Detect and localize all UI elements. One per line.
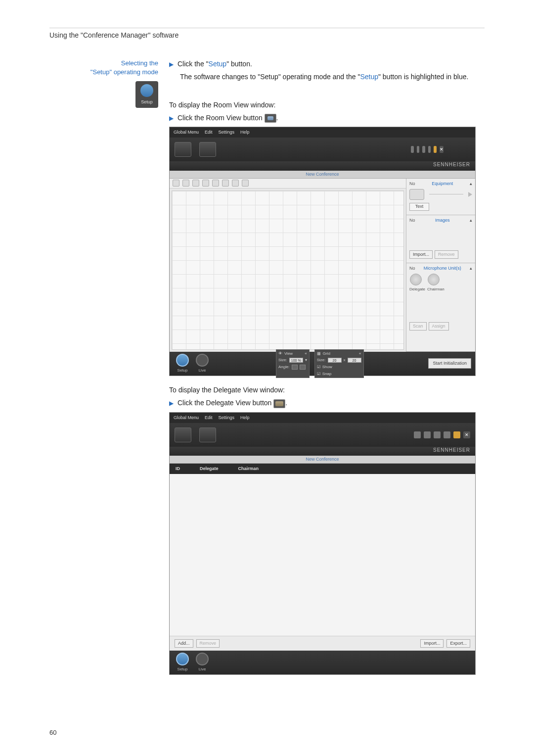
import-button[interactable]: Import... [420,639,444,648]
zoom-value[interactable]: 100 % [289,358,303,363]
collapse-icon[interactable]: ▴ [470,217,472,224]
delegate-view-screenshot: Global Menu Edit Settings Help [169,412,476,675]
menu-global[interactable]: Global Menu [174,129,199,136]
room-view-toggle[interactable] [175,142,191,157]
menu-help[interactable]: Help [240,129,250,136]
equip-no: No [409,181,415,187]
remove-button[interactable]: Remove [196,639,220,648]
tool-button[interactable] [212,180,219,187]
tool-button[interactable] [173,180,179,187]
menu-edit[interactable]: Edit [205,415,213,421]
remove-button[interactable]: Remove [435,250,458,259]
margin-heading: Selecting the "Setup" operating mode Set… [49,59,158,684]
mic-delegate[interactable]: Delegate [409,274,422,292]
delegate-view-button-icon [273,399,285,408]
mode-live[interactable]: Live [193,354,211,374]
mode-setup[interactable]: Setup [174,354,191,374]
step-1-result: The software changes to "Setup" operatin… [180,72,485,82]
arrow-icon [468,192,472,197]
close-icon[interactable]: ✕ [440,146,444,153]
brand-label: SENNHEISER [433,447,470,453]
equip-title: Equipment [432,181,453,187]
close-icon[interactable]: ✕ [463,431,470,438]
status-icon [434,431,441,438]
roomview-step: Click the Room View button . [178,113,278,123]
mic-chairman[interactable]: Chairman [427,274,440,292]
status-icon [428,146,431,153]
room-canvas[interactable] [172,190,404,350]
delegateview-intro: To display the Delegate View window: [169,385,485,395]
import-button[interactable]: Import... [409,250,433,259]
room-view-screenshot: Global Menu Edit Settings Help [169,127,476,376]
assign-button[interactable]: Assign [429,322,449,331]
brand-label: SENNHEISER [433,162,470,167]
mic-title: Microphone Unit(s) [424,265,461,272]
view-controls: 👁View« Size:100 %▾ Angle: [276,349,310,378]
delegate-view-toggle[interactable] [199,427,216,442]
page-number: 60 [49,729,56,736]
delegateview-step: Click the Delegate View button . [178,398,287,408]
canvas-toolbar [170,179,406,189]
menu-settings[interactable]: Settings [219,129,235,136]
col-id[interactable]: ID [176,466,180,472]
running-head: Using the "Conference Manager" software [49,31,485,39]
step-marker-icon: ▶ [169,114,174,123]
menu-bar: Global Menu Edit Settings Help [170,413,475,423]
setup-circle-icon [140,84,153,97]
menu-global[interactable]: Global Menu [174,415,199,421]
col-chairman[interactable]: Chairman [238,466,259,472]
grid-controls: ▦Grid« Size:20x20 ☑Show ☑Snap [314,349,364,378]
collapse-icon[interactable]: ▴ [470,265,472,272]
tool-button[interactable] [222,180,229,187]
warning-icon [453,431,460,438]
angle-cw[interactable] [300,365,306,370]
delegate-view-toggle[interactable] [199,142,216,157]
equipment-thumb[interactable] [409,189,424,200]
delegate-table-body[interactable] [170,474,475,636]
delegate-table-header: ID Delegate Chairman [170,464,475,474]
status-icon [417,146,420,153]
step-marker-icon: ▶ [169,399,174,408]
step-1-text: Click the "Setup" button. [178,59,252,69]
status-icon [444,431,450,438]
setup-icon-label: Setup [141,99,153,105]
status-icon [422,146,425,153]
step-marker-icon: ▶ [169,60,174,69]
margin-heading-l1: Selecting the [49,59,158,68]
add-button[interactable]: Add... [175,639,193,648]
mode-setup[interactable]: Setup [174,653,191,672]
menu-bar: Global Menu Edit Settings Help [170,127,475,138]
tool-button[interactable] [182,180,189,187]
menu-help[interactable]: Help [240,415,250,421]
room-view-toggle[interactable] [175,427,191,442]
images-title: Images [435,217,450,224]
document-tab[interactable]: New Conference [170,171,475,179]
room-view-button-icon [265,114,276,123]
grid-h[interactable]: 20 [348,358,361,363]
start-initialization-button[interactable]: Start Initialization [428,358,471,369]
tool-button[interactable] [202,180,209,187]
text-tool-button[interactable]: Text [409,203,429,211]
warning-icon [434,146,437,153]
tool-button[interactable] [242,180,249,187]
right-panel: NoEquipment▴ Text NoImages▴ Import [406,179,475,352]
export-button[interactable]: Export... [446,639,470,648]
mode-live[interactable]: Live [193,653,211,672]
status-icon [424,431,431,438]
setup-mode-icon: Setup [135,81,158,108]
menu-edit[interactable]: Edit [205,129,213,136]
document-tab[interactable]: New Conference [170,456,475,464]
scan-button[interactable]: Scan [409,322,427,331]
status-icon [414,431,421,438]
grid-w[interactable]: 20 [328,358,342,363]
images-no: No [409,217,415,224]
col-delegate[interactable]: Delegate [200,466,219,472]
roomview-intro: To display the Room View window: [169,100,485,110]
angle-ccw[interactable] [292,365,298,370]
status-icon [411,146,414,153]
tool-button[interactable] [192,180,199,187]
menu-settings[interactable]: Settings [219,415,235,421]
collapse-icon[interactable]: ▴ [470,181,472,187]
tool-button[interactable] [232,180,239,187]
margin-heading-l2: "Setup" operating mode [49,68,158,77]
